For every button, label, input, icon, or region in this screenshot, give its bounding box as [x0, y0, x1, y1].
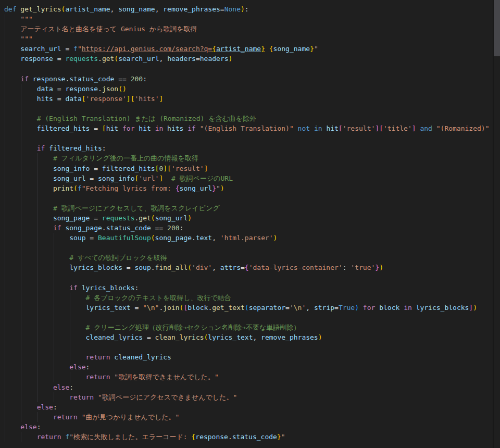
code-line[interactable]: return "曲が見つかりませんでした。" [0, 412, 493, 422]
code-token: if [20, 75, 29, 83]
code-line[interactable] [0, 64, 493, 74]
code-token [310, 125, 314, 132]
code-token: . [151, 264, 155, 271]
code-line[interactable] [0, 313, 493, 322]
code-line[interactable] [0, 243, 493, 253]
indent-guide [38, 392, 38, 402]
code-token: ) [473, 304, 477, 312]
code-line[interactable]: def get_lyrics(artist_name, song_name, r… [0, 4, 493, 14]
code-token: "(Romanized)" [436, 125, 490, 132]
code-token: attrs [220, 264, 241, 271]
code-line[interactable]: アーティスト名と曲名を使って Genius から歌詞を取得 [0, 24, 493, 34]
indent-guide [70, 313, 70, 322]
code-token: = [220, 5, 224, 13]
code-token: 200 [167, 224, 179, 232]
code-line[interactable] [0, 342, 493, 352]
code-line[interactable]: cleaned_lyrics = clean_lyrics(lyrics_tex… [0, 332, 493, 342]
indent-guide [54, 313, 54, 322]
code-line[interactable]: return cleaned_lyrics [0, 352, 493, 362]
code-token: [ [82, 95, 86, 103]
code-line[interactable]: search_url = f"https://api.genius.com/se… [0, 44, 493, 54]
code-token: remove_phrases [261, 333, 318, 341]
code-line[interactable]: """ [0, 14, 493, 24]
code-token: response [20, 55, 53, 63]
indent-guide [38, 313, 38, 322]
code-token [4, 333, 86, 341]
code-token: = [53, 85, 65, 93]
code-line[interactable]: print(f"Fetching lyrics from: {song_url}… [0, 183, 493, 193]
code-line[interactable]: return "歌詞を取得できませんでした。" [0, 372, 493, 382]
code-line[interactable]: # すべての歌詞ブロックを取得 [0, 253, 493, 263]
code-area[interactable]: def get_lyrics(artist_name, song_name, r… [0, 0, 493, 448]
vertical-scrollbar[interactable] [493, 0, 500, 448]
indent-guide [5, 153, 5, 163]
code-line[interactable]: if lyrics_blocks: [0, 283, 493, 293]
indent-guide [38, 183, 38, 193]
code-line[interactable]: # フィルタリング後の一番上の曲の情報を取得 [0, 153, 493, 163]
code-line[interactable]: else: [0, 422, 493, 432]
code-token: "歌詞を取得できませんでした。" [114, 373, 218, 381]
code-line[interactable]: # クリーニング処理（改行削除→セクション名削除→不要な単語削除） [0, 322, 493, 332]
code-line[interactable]: return f"検索に失敗しました。エラーコード: {response.sta… [0, 432, 493, 442]
code-line[interactable]: if filtered_hits: [0, 143, 493, 153]
code-token [4, 175, 53, 182]
indent-guide [5, 223, 5, 233]
code-line[interactable]: song_url = song_info['url'] # 歌詞ページのURL [0, 173, 493, 183]
indent-guide [38, 382, 38, 392]
indent-guide [21, 382, 21, 392]
code-token: ( [151, 214, 155, 222]
code-token: ' [290, 304, 294, 312]
code-line[interactable] [0, 104, 493, 114]
code-line[interactable]: data = response.json() [0, 84, 493, 94]
code-token [4, 413, 53, 421]
indent-guide [21, 223, 21, 233]
code-token: status_code [106, 224, 151, 232]
code-token: 'result' [343, 125, 376, 132]
indent-guide [21, 193, 21, 203]
code-line[interactable]: response = requests.get(search_url, head… [0, 54, 493, 64]
code-token [412, 304, 416, 312]
code-token: } [212, 184, 216, 192]
indent-guide [21, 133, 21, 143]
code-token: json [102, 85, 118, 93]
code-line[interactable]: lyrics_blocks = soup.find_all('div', att… [0, 263, 493, 272]
code-token: == [114, 75, 130, 83]
code-line[interactable]: else: [0, 362, 493, 372]
code-line[interactable] [0, 193, 493, 203]
code-token [4, 423, 20, 431]
code-line[interactable] [0, 133, 493, 143]
code-token [78, 413, 82, 421]
indent-guide [5, 164, 5, 173]
code-token: : [343, 264, 351, 271]
code-line[interactable]: return "歌詞ページにアクセスできませんでした。" [0, 392, 493, 402]
code-line[interactable] [0, 273, 493, 283]
code-line[interactable]: else: [0, 382, 493, 392]
code-line[interactable]: if song_page.status_code == 200: [0, 223, 493, 233]
code-line[interactable]: if response.status_code == 200: [0, 74, 493, 84]
indent-guide [5, 313, 5, 322]
code-line[interactable]: soup = BeautifulSoup(song_page.text, 'ht… [0, 233, 493, 243]
code-line[interactable]: # (English Translation) または (Romanized) … [0, 114, 493, 123]
code-line[interactable]: """ [0, 34, 493, 44]
code-token: # 歌詞ページのURL [171, 175, 233, 182]
code-token: hit [106, 125, 118, 132]
code-token: { [269, 45, 273, 53]
code-token: remove_phrases [163, 5, 220, 13]
code-line[interactable]: # 歌詞ページにアクセスして、歌詞をスクレイピング [0, 203, 493, 213]
code-line[interactable]: hits = data['response']['hits'] [0, 94, 493, 104]
code-token: f [78, 184, 82, 192]
code-token: filtered_hits [102, 165, 155, 172]
indent-guide [5, 283, 5, 293]
code-line[interactable]: song_info = filtered_hits[0]['result'] [0, 164, 493, 173]
code-token: if [69, 284, 78, 292]
indent-guide [5, 392, 5, 402]
code-line[interactable]: lyrics_text = "\n".join([block.get_text(… [0, 303, 493, 313]
code-token: . [102, 224, 106, 232]
code-line[interactable]: else: [0, 402, 493, 412]
code-line[interactable]: # 各ブロックのテキストを取得し、改行で結合 [0, 293, 493, 303]
indent-guide [54, 352, 54, 362]
scrollbar-thumb[interactable] [494, 0, 500, 56]
code-line[interactable]: song_page = requests.get(song_url) [0, 213, 493, 223]
code-line[interactable]: filtered_hits = [hit for hit in hits if … [0, 123, 493, 133]
indent-guide [21, 143, 21, 153]
